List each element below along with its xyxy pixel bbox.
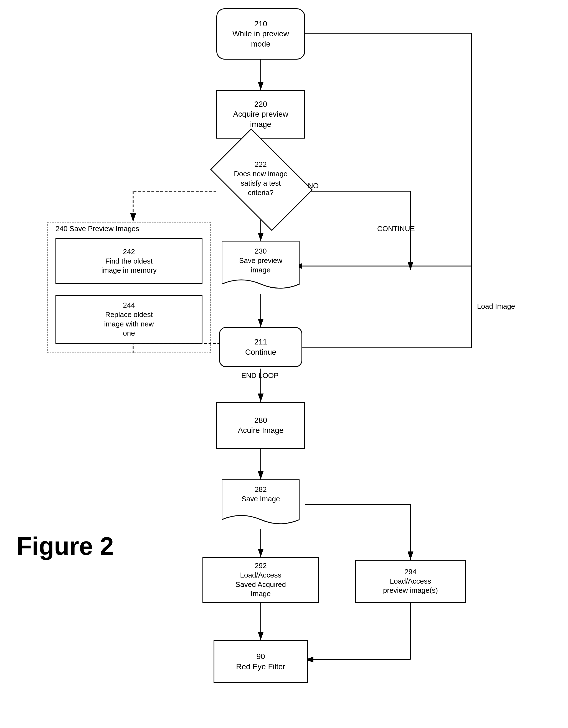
end-loop-label: END LOOP [241, 371, 278, 380]
node-242: 242 Find the oldest image in memory [55, 238, 202, 284]
node-222: 222Does new imagesatisfy a testcriteria? [200, 139, 322, 219]
no-label: NO [308, 182, 319, 190]
node-294: 294 Load/Access preview image(s) [355, 560, 466, 603]
node-240-label: 240 Save Preview Images [55, 224, 139, 233]
node-211: 211 Continue [219, 327, 302, 367]
node-292: 292 Load/Access Saved Acquired Image [202, 557, 319, 603]
figure-label: Figure 2 [17, 532, 114, 561]
node-280: 280 Acuire Image [216, 402, 305, 449]
node-244: 244 Replace oldest image with new one [55, 295, 202, 344]
continue-label: CONTINUE [377, 224, 415, 233]
node-282: 282 Save Image [222, 479, 300, 529]
load-image-label: Load Image [477, 302, 515, 311]
node-230: 230 Save preview image [222, 241, 300, 294]
node-90: 90 Red Eye Filter [213, 640, 308, 683]
node-210: 210 While in preview mode [216, 8, 305, 60]
node-220: 220 Acquire preview image [216, 90, 305, 139]
